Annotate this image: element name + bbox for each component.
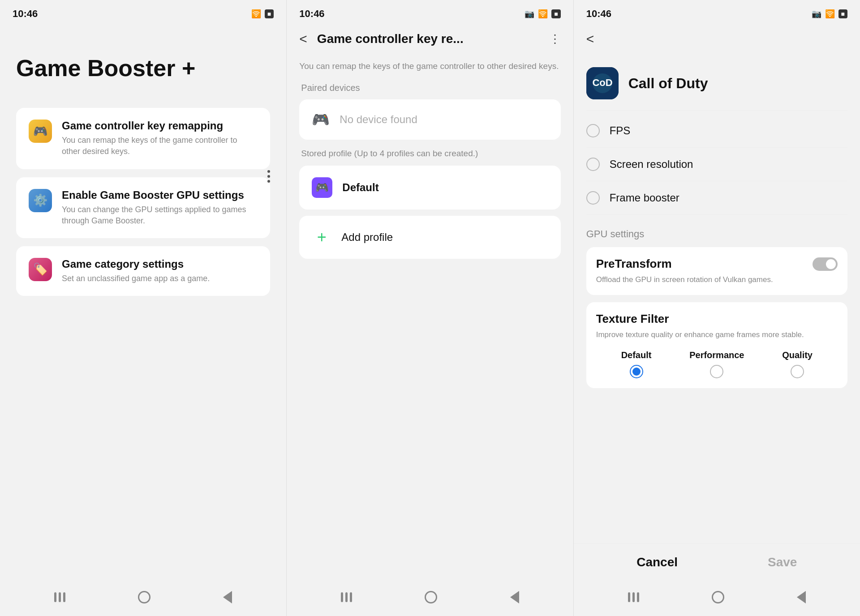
screen-resolution-label: Screen resolution: [610, 158, 693, 171]
controller-remapping-title: Game controller key remapping: [62, 120, 258, 132]
bottom-nav-2: [287, 581, 573, 616]
texture-performance-option[interactable]: Performance: [676, 350, 757, 378]
back-arrow-icon-3: [797, 591, 806, 603]
home-circle-icon: [138, 591, 150, 603]
bottom-nav-1: [0, 581, 286, 616]
default-profile-item[interactable]: 🎮 Default: [299, 166, 560, 210]
texture-filter-title: Texture Filter: [596, 312, 838, 326]
gpu-settings-item[interactable]: ⚙️ Enable Game Booster GPU settings You …: [16, 177, 270, 238]
bottom-nav-3: [574, 581, 860, 616]
recent-apps-button-3[interactable]: [628, 592, 639, 602]
controller-remapping-item[interactable]: 🎮 Game controller key remapping You can …: [16, 108, 270, 169]
texture-default-label: Default: [621, 350, 652, 360]
texture-default-option[interactable]: Default: [596, 350, 677, 378]
action-bar: Cancel Save: [574, 543, 860, 581]
screen-2-desc: You can remap the keys of the game contr…: [299, 60, 560, 73]
status-icons-1: 🛜 ■: [251, 9, 274, 19]
back-button-2-nav[interactable]: [510, 591, 519, 603]
svg-text:CoD: CoD: [592, 77, 612, 88]
home-button-2[interactable]: [425, 591, 437, 603]
texture-default-radio-selected[interactable]: [630, 365, 643, 378]
nav-line: [628, 592, 630, 602]
home-button-3[interactable]: [712, 591, 724, 603]
texture-quality-radio[interactable]: [791, 365, 804, 378]
radio-section: FPS Screen resolution Frame booster: [586, 111, 847, 218]
frame-booster-option[interactable]: Frame booster: [586, 181, 847, 215]
status-bar-2: 10:46 📷 🛜 ■: [287, 0, 573, 24]
screen-3-content: CoD Call of Duty FPS Screen resolution F…: [574, 56, 860, 543]
no-device-card: 🎮 No device found: [299, 99, 560, 140]
nav-line: [632, 592, 635, 602]
default-profile-label: Default: [342, 181, 378, 194]
nav-line: [59, 592, 61, 602]
battery-icon-3: ■: [838, 9, 847, 18]
texture-quality-option[interactable]: Quality: [757, 350, 838, 378]
fps-radio[interactable]: [586, 124, 600, 137]
pretransform-desc: Offload the GPU in screen rotation of Vu…: [596, 274, 838, 285]
nav-line: [637, 592, 639, 602]
pretransform-title: PreTransform: [596, 257, 672, 271]
back-arrow-icon-2: [510, 591, 519, 603]
back-button-3-nav[interactable]: [797, 591, 806, 603]
category-settings-title: Game category settings: [62, 258, 210, 270]
screens-container: 10:46 🛜 ■ Game Booster + 🎮 Game controll…: [0, 0, 860, 616]
app-icon: CoD: [586, 67, 619, 99]
screen-2: 10:46 📷 🛜 ■ < Game controller key re... …: [287, 0, 573, 616]
screenshot-icon: 📷: [525, 9, 534, 19]
frame-booster-label: Frame booster: [610, 192, 679, 204]
texture-options: Default Performance Quality: [596, 350, 838, 378]
gamepad-icon: 🎮: [312, 111, 330, 128]
pretransform-row: PreTransform Offload the GPU in screen r…: [586, 247, 847, 295]
signal-icon-1: 🛜: [251, 9, 261, 19]
screen-1: 10:46 🛜 ■ Game Booster + 🎮 Game controll…: [0, 0, 287, 616]
controller-remapping-desc: You can remap the keys of the game contr…: [62, 135, 258, 157]
home-circle-icon-2: [425, 591, 437, 603]
battery-icon-1: ■: [265, 9, 274, 18]
paired-devices-label: Paired devices: [299, 83, 560, 93]
back-button-3[interactable]: <: [582, 29, 599, 49]
more-options-button[interactable]: [267, 170, 270, 183]
more-dot: [267, 170, 270, 173]
screen-resolution-radio[interactable]: [586, 158, 600, 171]
controller-icon: 🎮: [29, 120, 52, 143]
app-name: Call of Duty: [628, 75, 708, 92]
pretransform-header: PreTransform: [596, 257, 838, 271]
pretransform-toggle[interactable]: [813, 257, 838, 271]
back-button[interactable]: [223, 591, 232, 603]
gpu-settings-desc: You can change the GPU settings applied …: [62, 204, 258, 227]
status-icons-2: 📷 🛜 ■: [525, 9, 560, 19]
cancel-button[interactable]: Cancel: [636, 555, 678, 569]
save-button[interactable]: Save: [768, 555, 797, 569]
gpu-settings-text: Enable Game Booster GPU settings You can…: [62, 189, 258, 227]
time-2: 10:46: [299, 8, 324, 20]
controller-remapping-text: Game controller key remapping You can re…: [62, 120, 258, 157]
screen-2-title: Game controller key re...: [317, 32, 544, 46]
screen-2-header: < Game controller key re... ⋮: [287, 24, 573, 56]
texture-performance-label: Performance: [689, 350, 744, 360]
app-header: CoD Call of Duty: [586, 60, 847, 111]
texture-filter-desc: Improve texture quality or enhance game …: [596, 329, 838, 340]
nav-line: [63, 592, 65, 602]
texture-performance-radio[interactable]: [710, 365, 723, 378]
more-dot: [267, 180, 270, 183]
category-settings-item[interactable]: 🏷️ Game category settings Set an unclass…: [16, 246, 270, 296]
screen-2-content: You can remap the keys of the game contr…: [287, 56, 573, 581]
signal-icon-3: 🛜: [825, 9, 835, 19]
back-button-2[interactable]: <: [295, 29, 312, 49]
texture-filter-section: Texture Filter Improve texture quality o…: [586, 302, 847, 388]
nav-line: [54, 592, 56, 602]
more-options-button-2[interactable]: ⋮: [549, 32, 561, 46]
screen-resolution-option[interactable]: Screen resolution: [586, 148, 847, 181]
frame-booster-radio[interactable]: [586, 191, 600, 205]
status-icons-3: 📷 🛜 ■: [812, 9, 847, 19]
add-profile-button[interactable]: + Add profile: [299, 216, 560, 259]
category-settings-text: Game category settings Set an unclassifi…: [62, 258, 210, 284]
status-bar-1: 10:46 🛜 ■: [0, 0, 286, 24]
time-3: 10:46: [586, 8, 611, 20]
screenshot-icon-3: 📷: [812, 9, 821, 19]
recent-apps-button-2[interactable]: [341, 592, 352, 602]
recent-apps-button[interactable]: [54, 592, 65, 602]
home-button[interactable]: [138, 591, 150, 603]
gpu-icon: ⚙️: [29, 189, 52, 212]
fps-option[interactable]: FPS: [586, 114, 847, 148]
